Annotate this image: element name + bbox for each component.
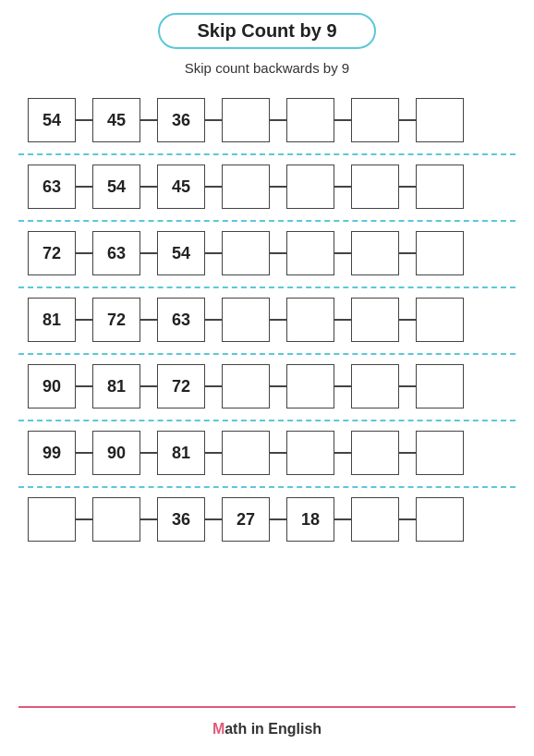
row-section-6: 362718 [18, 490, 516, 547]
dashed-divider-5 [18, 486, 516, 488]
cell-5-5 [351, 431, 399, 475]
connector [140, 252, 157, 254]
connector [205, 452, 222, 454]
connector [334, 385, 351, 387]
cell-6-6 [416, 497, 464, 542]
cell-4-3 [222, 364, 270, 408]
cell-4-5 [351, 364, 399, 408]
connector [140, 119, 157, 121]
cell-6-0 [28, 497, 76, 542]
number-row-1: 635445 [28, 165, 464, 209]
connector [76, 385, 92, 387]
connector [399, 518, 416, 520]
cell-2-4 [286, 231, 334, 275]
cell-0-2: 36 [157, 98, 205, 142]
cell-1-2: 45 [157, 165, 205, 209]
row-section-4: 908172 [18, 357, 516, 414]
cell-3-4 [286, 298, 334, 342]
cell-4-4 [286, 364, 334, 408]
connector [205, 518, 222, 520]
cell-1-1: 54 [92, 165, 140, 209]
cell-6-5 [351, 497, 399, 542]
footer-rest: ath in English [225, 721, 322, 738]
cell-2-3 [222, 231, 270, 275]
connector [334, 119, 351, 121]
connector [399, 119, 416, 121]
cell-4-0: 90 [28, 364, 76, 408]
row-section-1: 635445 [18, 157, 516, 214]
cell-2-0: 72 [28, 231, 76, 275]
connector [334, 518, 351, 520]
cell-5-6 [416, 431, 464, 475]
connector [334, 319, 351, 321]
dashed-divider-0 [18, 153, 516, 155]
number-row-2: 726354 [28, 231, 464, 275]
connector [334, 186, 351, 188]
cell-6-2: 36 [157, 497, 205, 542]
cell-0-6 [416, 98, 464, 142]
dashed-divider-4 [18, 420, 516, 421]
row-section-0: 544536 [18, 91, 516, 148]
connector [270, 385, 286, 387]
cell-3-1: 72 [92, 298, 140, 342]
connector [399, 452, 416, 454]
number-row-0: 544536 [28, 98, 464, 142]
cell-0-0: 54 [28, 98, 76, 142]
cell-5-1: 90 [92, 431, 140, 475]
cell-3-0: 81 [28, 298, 76, 342]
cell-3-6 [416, 298, 464, 342]
cell-6-1 [92, 497, 140, 542]
footer-m: M [212, 721, 225, 738]
connector [270, 518, 286, 520]
cell-4-1: 81 [92, 364, 140, 408]
footer: Math in English [18, 706, 516, 738]
cell-2-1: 63 [92, 231, 140, 275]
connector [205, 186, 222, 188]
connector [334, 252, 351, 254]
dashed-divider-1 [18, 220, 516, 222]
cell-3-5 [351, 298, 399, 342]
connector [140, 452, 157, 454]
row-section-3: 817263 [18, 290, 516, 348]
cell-1-6 [416, 165, 464, 209]
connector [205, 319, 222, 321]
cell-5-3 [222, 431, 270, 475]
connector [399, 252, 416, 254]
connector [270, 319, 286, 321]
cell-0-5 [351, 98, 399, 142]
cell-3-3 [222, 298, 270, 342]
number-row-3: 817263 [28, 298, 464, 342]
connector [140, 186, 157, 188]
cell-0-1: 45 [92, 98, 140, 142]
cell-3-2: 63 [157, 298, 205, 342]
connector [399, 385, 416, 387]
connector [140, 518, 157, 520]
connector [399, 186, 416, 188]
cell-6-4: 18 [286, 497, 334, 542]
page-title: Skip Count by 9 [158, 13, 375, 49]
connector [334, 452, 351, 454]
connector [205, 385, 222, 387]
cell-5-0: 99 [28, 431, 76, 475]
cell-0-4 [286, 98, 334, 142]
cell-0-3 [222, 98, 270, 142]
cell-6-3: 27 [222, 497, 270, 542]
connector [76, 186, 92, 188]
subtitle: Skip count backwards by 9 [185, 60, 349, 76]
cell-2-2: 54 [157, 231, 205, 275]
cell-4-6 [416, 364, 464, 408]
row-section-2: 726354 [18, 224, 516, 281]
number-row-4: 908172 [28, 364, 464, 408]
connector [76, 319, 92, 321]
connector [76, 119, 92, 121]
cell-1-4 [286, 165, 334, 209]
connector [270, 186, 286, 188]
connector [76, 252, 92, 254]
connector [270, 252, 286, 254]
cell-2-6 [416, 231, 464, 275]
number-row-5: 999081 [28, 431, 464, 475]
cell-1-3 [222, 165, 270, 209]
connector [76, 452, 92, 454]
cell-2-5 [351, 231, 399, 275]
cell-5-2: 81 [157, 431, 205, 475]
